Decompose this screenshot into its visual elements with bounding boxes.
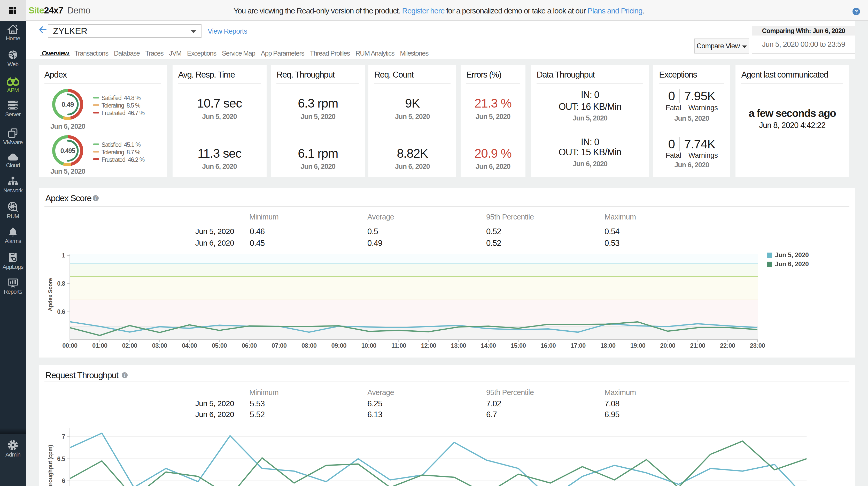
svg-text:08:00: 08:00 xyxy=(302,342,317,349)
svg-text:06:00: 06:00 xyxy=(242,342,257,349)
svg-text:18:00: 18:00 xyxy=(600,342,616,349)
svg-text:16:00: 16:00 xyxy=(541,342,556,349)
svg-text:0.49: 0.49 xyxy=(61,101,74,108)
svg-text:03:00: 03:00 xyxy=(152,342,167,349)
svg-text:0.8: 0.8 xyxy=(57,280,65,287)
svg-text:Apdex Score: Apdex Score xyxy=(47,278,54,311)
svg-text:07:00: 07:00 xyxy=(272,342,287,349)
svg-text:12:00: 12:00 xyxy=(421,342,436,349)
svg-text:11:00: 11:00 xyxy=(392,342,406,349)
svg-text:22:00: 22:00 xyxy=(720,342,735,349)
svg-text:6.5: 6.5 xyxy=(57,456,65,462)
svg-text:21:00: 21:00 xyxy=(690,342,705,349)
svg-text:23:00: 23:00 xyxy=(750,342,765,349)
svg-text:02:00: 02:00 xyxy=(122,342,137,349)
svg-text:Jun 6, 2020: Jun 6, 2020 xyxy=(775,260,809,267)
svg-text:0.6: 0.6 xyxy=(57,308,65,315)
svg-text:1: 1 xyxy=(62,252,65,259)
svg-text:13:00: 13:00 xyxy=(451,342,466,349)
svg-text:6: 6 xyxy=(62,478,65,484)
svg-text:19:00: 19:00 xyxy=(630,342,646,349)
svg-text:00:00: 00:00 xyxy=(62,342,78,349)
svg-text:20:00: 20:00 xyxy=(660,342,676,349)
svg-text:10:00: 10:00 xyxy=(361,342,376,349)
svg-text:Jun 5, 2020: Jun 5, 2020 xyxy=(775,251,809,258)
svg-text:01:00: 01:00 xyxy=(92,342,107,349)
svg-text:0.495: 0.495 xyxy=(60,147,75,154)
svg-text:Throughput (cpm): Throughput (cpm) xyxy=(47,445,54,486)
svg-text:15:00: 15:00 xyxy=(511,342,526,349)
svg-text:7: 7 xyxy=(62,433,65,440)
svg-text:17:00: 17:00 xyxy=(570,342,586,349)
svg-text:04:00: 04:00 xyxy=(182,342,197,349)
svg-text:05:00: 05:00 xyxy=(212,342,227,349)
svg-text:09:00: 09:00 xyxy=(332,342,347,349)
svg-text:14:00: 14:00 xyxy=(481,342,496,349)
